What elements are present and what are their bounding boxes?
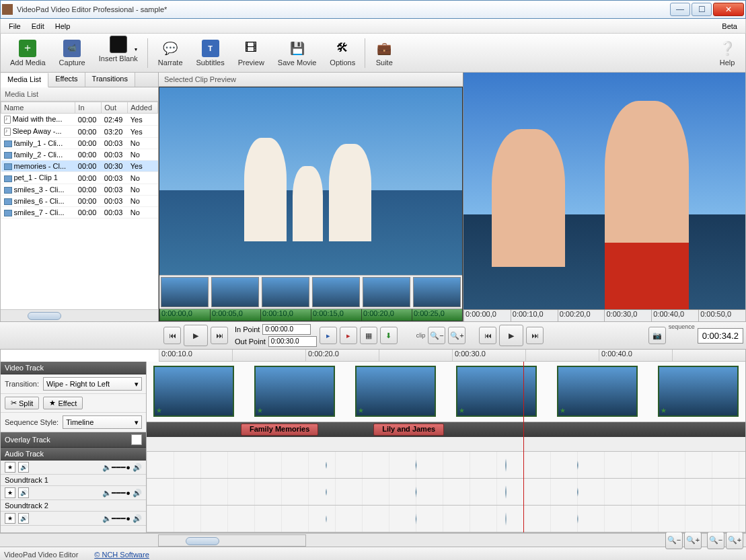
zoom-in-button[interactable]: 🔍+ [684, 532, 702, 549]
vendor-link[interactable]: © NCH Software [94, 551, 149, 559]
clip-thumb[interactable] [363, 277, 410, 307]
video-clip[interactable] [658, 366, 739, 417]
audio-lane[interactable] [147, 452, 745, 479]
out-point-field[interactable]: 0:00:30.0 [268, 336, 317, 347]
sequence-preview-image[interactable] [463, 73, 745, 309]
clip-thumb[interactable] [413, 277, 461, 307]
effect-button[interactable]: ★Effect [43, 397, 83, 409]
subtitles-button[interactable]: T Subtitles [190, 38, 231, 68]
volume-slider[interactable]: 🔈━━━● 🔊 [102, 514, 142, 523]
scrollbar-thumb[interactable] [186, 537, 219, 545]
narrate-button[interactable]: 💬 Narrate [151, 38, 190, 68]
sequence-ruler[interactable]: 0:00:00,00:00:10,00:00:20,00:00:30,00:00… [463, 309, 745, 321]
volume-slider[interactable]: 🔈━━━● 🔊 [102, 463, 142, 472]
table-row[interactable]: Sleep Away -...00:0003:20Yes [1, 126, 158, 138]
volume-slider[interactable]: 🔈━━━● 🔊 [102, 489, 142, 497]
menu-file[interactable]: File [3, 21, 26, 32]
seq-next-button[interactable]: ⏭ [526, 327, 544, 344]
video-clip[interactable] [355, 366, 436, 417]
tab-transitions[interactable]: Transitions [85, 73, 135, 87]
table-row[interactable]: family_1 - Cli...00:0000:03No [1, 138, 158, 149]
tab-effects[interactable]: Effects [48, 73, 85, 87]
table-row[interactable]: memories - Cl...00:0000:30Yes [1, 161, 158, 172]
clip-prev-button[interactable]: ⏮ [163, 327, 181, 344]
capture-button[interactable]: 📹 Capture [52, 38, 92, 68]
preview-button[interactable]: 🎞 Preview [231, 38, 271, 68]
table-row[interactable]: smiles_6 - Cli...00:0000:03No [1, 195, 158, 206]
star-icon[interactable]: ★ [5, 487, 15, 498]
menu-beta[interactable]: Beta [716, 21, 743, 32]
speaker-icon[interactable]: 🔊 [18, 462, 29, 473]
scrollbar-thumb[interactable] [28, 312, 61, 320]
clip-ruler[interactable]: 0:00:00,00:00:05,00:00:10,00:00:15,00:00… [159, 309, 462, 321]
menu-help[interactable]: Help [50, 21, 76, 32]
media-table[interactable]: Name In Out Added Maid with the...00:000… [1, 102, 158, 309]
tab-media-list[interactable]: Media List [1, 73, 48, 87]
minimize-button[interactable]: — [670, 3, 690, 16]
col-out[interactable]: Out [102, 102, 128, 114]
table-row[interactable]: smiles_7 - Cli...00:0000:03No [1, 206, 158, 218]
table-row[interactable]: family_2 - Cli...00:0000:03No [1, 149, 158, 161]
timeline-hscroll[interactable]: 🔍− 🔍+ 🔍− 🔍+ [0, 533, 746, 547]
mark-out-button[interactable]: ▸ [340, 327, 357, 344]
clip-thumb[interactable] [262, 277, 309, 307]
clip-thumb[interactable] [211, 277, 259, 307]
insert-blank-button[interactable]: Insert Blank ▾ [92, 34, 145, 71]
video-track[interactable] [147, 362, 745, 422]
sequence-style-combo[interactable]: Timeline▾ [63, 415, 142, 429]
edit-icon[interactable]: ✎ [131, 434, 142, 445]
speaker-icon[interactable]: 🔊 [18, 513, 29, 524]
close-button[interactable]: ✕ [713, 3, 744, 16]
clip-preview[interactable]: 0:00:00,00:00:05,00:00:10,00:00:15,00:00… [159, 87, 463, 321]
seq-play-button[interactable]: ▶ [499, 325, 523, 346]
speaker-icon[interactable]: 🔊 [18, 487, 29, 498]
clip-thumb[interactable] [312, 277, 360, 307]
playhead[interactable] [523, 362, 524, 532]
clip-thumb[interactable] [161, 277, 209, 307]
zoom-out-button[interactable]: 🔍− [428, 327, 445, 344]
transition-combo[interactable]: Wipe - Right to Left▾ [43, 377, 142, 391]
timeline-ruler[interactable]: 0:00:10.00:00:20.00:00:30.00:00:40.0 [159, 350, 745, 362]
video-clip[interactable] [153, 366, 234, 417]
col-added[interactable]: Added [128, 102, 158, 114]
table-row[interactable]: pet_1 - Clip 100:0000:03No [1, 172, 158, 184]
clip-next-button[interactable]: ⏭ [211, 327, 228, 344]
video-clip[interactable] [254, 366, 335, 417]
in-point-field[interactable]: 0:00:00.0 [262, 324, 311, 335]
zoom-out-button[interactable]: 🔍− [665, 532, 683, 549]
snapshot-button[interactable]: 📷 [648, 327, 666, 344]
soundtrack2-lane[interactable] [147, 506, 745, 532]
overlay-button[interactable]: ▦ [360, 327, 377, 344]
maximize-button[interactable]: ☐ [692, 3, 712, 16]
video-clip[interactable] [456, 366, 537, 417]
ruler-tick [232, 350, 305, 361]
overlay-track[interactable]: Family Memories Lily and James [147, 422, 745, 437]
clip-thumb-strip[interactable] [159, 275, 462, 309]
options-label: Options [330, 58, 355, 67]
zoom-full-button[interactable]: 🔍+ [726, 532, 743, 549]
zoom-fit-button[interactable]: 🔍− [707, 532, 724, 549]
save-movie-button[interactable]: 💾 Save Movie [271, 38, 323, 68]
help-button[interactable]: ❔ Help [712, 38, 743, 68]
star-icon[interactable]: ★ [5, 462, 15, 473]
options-button[interactable]: 🛠 Options [323, 38, 362, 68]
seq-prev-button[interactable]: ⏮ [479, 327, 496, 344]
soundtrack1-lane[interactable] [147, 479, 745, 506]
insert-button[interactable]: ⬇ [380, 327, 398, 344]
menu-edit[interactable]: Edit [26, 21, 50, 32]
table-row[interactable]: Maid with the...00:0002:49Yes [1, 114, 158, 126]
clip-play-button[interactable]: ▶ [184, 325, 208, 346]
col-in[interactable]: In [75, 102, 102, 114]
video-clip[interactable] [557, 366, 638, 417]
mark-in-button[interactable]: ▸ [320, 327, 337, 344]
overlay-clip[interactable]: Lily and James [373, 424, 444, 436]
suite-button[interactable]: 💼 Suite [369, 38, 400, 68]
media-hscroll[interactable] [1, 309, 158, 321]
table-row[interactable]: smiles_3 - Cli...00:0000:03No [1, 184, 158, 195]
add-media-button[interactable]: ＋ Add Media [3, 38, 52, 68]
split-button[interactable]: ✂Split [5, 397, 39, 409]
star-icon[interactable]: ★ [5, 513, 15, 524]
zoom-in-button[interactable]: 🔍+ [448, 327, 465, 344]
col-name[interactable]: Name [1, 102, 75, 114]
overlay-clip[interactable]: Family Memories [241, 424, 318, 436]
